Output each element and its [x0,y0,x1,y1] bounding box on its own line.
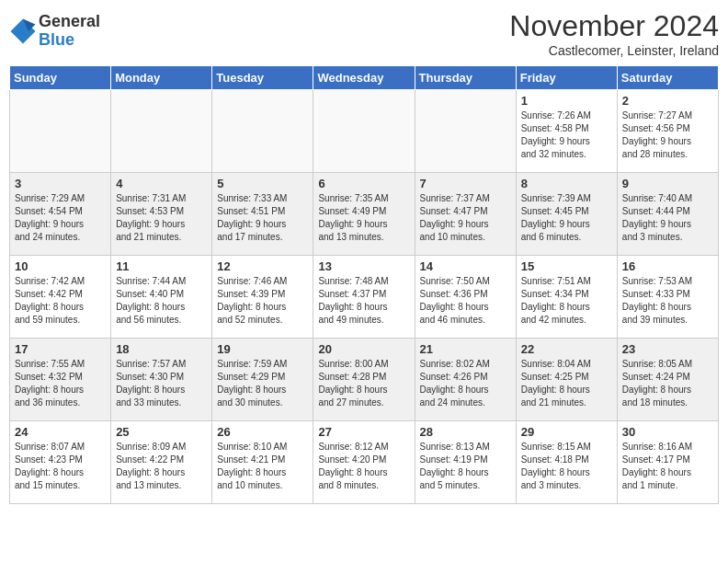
day-info: Sunrise: 8:05 AM Sunset: 4:24 PM Dayligh… [622,358,713,409]
day-number: 9 [622,177,713,190]
calendar-day-cell: 3Sunrise: 7:29 AM Sunset: 4:54 PM Daylig… [10,173,111,256]
calendar-day-cell: 12Sunrise: 7:46 AM Sunset: 4:39 PM Dayli… [212,256,313,339]
day-number: 15 [521,259,612,273]
calendar-day-cell: 30Sunrise: 8:16 AM Sunset: 4:17 PM Dayli… [617,421,718,504]
day-number: 1 [521,94,612,108]
calendar-day-cell: 28Sunrise: 8:13 AM Sunset: 4:19 PM Dayli… [415,421,516,504]
calendar-day-cell: 26Sunrise: 8:10 AM Sunset: 4:21 PM Dayli… [212,421,313,504]
calendar-day-cell: 6Sunrise: 7:35 AM Sunset: 4:49 PM Daylig… [313,173,415,256]
day-number: 20 [318,342,409,356]
calendar-day-cell [10,90,111,173]
day-number: 30 [622,425,713,439]
calendar-day-cell: 22Sunrise: 8:04 AM Sunset: 4:25 PM Dayli… [516,339,617,421]
day-info: Sunrise: 8:16 AM Sunset: 4:17 PM Dayligh… [622,441,713,492]
calendar-day-cell: 25Sunrise: 8:09 AM Sunset: 4:22 PM Dayli… [111,421,212,504]
day-number: 23 [622,342,713,356]
day-number: 19 [217,342,308,356]
calendar-day-cell: 18Sunrise: 7:57 AM Sunset: 4:30 PM Dayli… [111,339,212,421]
calendar-day-cell: 13Sunrise: 7:48 AM Sunset: 4:37 PM Dayli… [313,256,415,339]
calendar-header-friday: Friday [516,66,617,90]
day-number: 16 [622,259,713,273]
day-info: Sunrise: 7:29 AM Sunset: 4:54 PM Dayligh… [15,192,106,244]
header: General Blue November 2024 Castlecomer, … [9,9,719,58]
day-number: 18 [116,342,207,356]
calendar-day-cell: 23Sunrise: 8:05 AM Sunset: 4:24 PM Dayli… [617,339,718,421]
day-number: 27 [318,425,409,439]
day-number: 26 [217,425,308,439]
calendar-day-cell: 8Sunrise: 7:39 AM Sunset: 4:45 PM Daylig… [516,173,617,256]
calendar-week-row: 24Sunrise: 8:07 AM Sunset: 4:23 PM Dayli… [10,421,719,504]
calendar-header-thursday: Thursday [415,66,516,90]
day-info: Sunrise: 7:42 AM Sunset: 4:42 PM Dayligh… [15,275,106,327]
calendar-day-cell: 1Sunrise: 7:26 AM Sunset: 4:58 PM Daylig… [516,90,617,173]
day-info: Sunrise: 7:53 AM Sunset: 4:33 PM Dayligh… [622,275,713,327]
calendar-table: SundayMondayTuesdayWednesdayThursdayFrid… [9,65,719,504]
day-info: Sunrise: 7:59 AM Sunset: 4:29 PM Dayligh… [217,358,308,409]
calendar-header-wednesday: Wednesday [313,66,415,90]
day-info: Sunrise: 7:37 AM Sunset: 4:47 PM Dayligh… [420,192,511,244]
calendar-week-row: 1Sunrise: 7:26 AM Sunset: 4:58 PM Daylig… [10,90,719,173]
day-number: 22 [521,342,612,356]
calendar-header-monday: Monday [111,66,212,90]
day-number: 2 [622,94,713,108]
calendar-day-cell [313,90,415,173]
title-area: November 2024 Castlecomer, Leinster, Ire… [509,9,719,58]
day-number: 6 [318,177,409,190]
day-info: Sunrise: 7:26 AM Sunset: 4:58 PM Dayligh… [521,109,612,161]
day-number: 28 [420,425,511,439]
logo-general-text: General [39,13,100,31]
calendar-header-row: SundayMondayTuesdayWednesdayThursdayFrid… [10,66,719,90]
day-number: 25 [116,425,207,439]
calendar-day-cell [415,90,516,173]
day-number: 13 [318,259,409,273]
day-info: Sunrise: 7:39 AM Sunset: 4:45 PM Dayligh… [521,192,612,244]
day-info: Sunrise: 7:50 AM Sunset: 4:36 PM Dayligh… [420,275,511,327]
day-number: 5 [217,177,308,190]
day-info: Sunrise: 8:15 AM Sunset: 4:18 PM Dayligh… [521,441,612,492]
calendar-day-cell: 11Sunrise: 7:44 AM Sunset: 4:40 PM Dayli… [111,256,212,339]
day-info: Sunrise: 7:44 AM Sunset: 4:40 PM Dayligh… [116,275,207,327]
calendar-day-cell: 10Sunrise: 7:42 AM Sunset: 4:42 PM Dayli… [10,256,111,339]
day-number: 7 [420,177,511,190]
logo: General Blue [9,13,100,50]
day-info: Sunrise: 8:04 AM Sunset: 4:25 PM Dayligh… [521,358,612,409]
calendar-day-cell: 4Sunrise: 7:31 AM Sunset: 4:53 PM Daylig… [111,173,212,256]
calendar-day-cell [212,90,313,173]
calendar-day-cell [111,90,212,173]
calendar-week-row: 17Sunrise: 7:55 AM Sunset: 4:32 PM Dayli… [10,339,719,421]
day-info: Sunrise: 8:10 AM Sunset: 4:21 PM Dayligh… [217,441,308,492]
day-number: 14 [420,259,511,273]
calendar-day-cell: 5Sunrise: 7:33 AM Sunset: 4:51 PM Daylig… [212,173,313,256]
calendar-day-cell: 29Sunrise: 8:15 AM Sunset: 4:18 PM Dayli… [516,421,617,504]
location-subtitle: Castlecomer, Leinster, Ireland [509,43,719,58]
calendar-day-cell: 19Sunrise: 7:59 AM Sunset: 4:29 PM Dayli… [212,339,313,421]
svg-marker-0 [11,18,36,43]
day-info: Sunrise: 7:35 AM Sunset: 4:49 PM Dayligh… [318,192,409,244]
logo-text: General Blue [39,13,100,50]
day-number: 10 [15,259,106,273]
day-info: Sunrise: 7:46 AM Sunset: 4:39 PM Dayligh… [217,275,308,327]
calendar-day-cell: 21Sunrise: 8:02 AM Sunset: 4:26 PM Dayli… [415,339,516,421]
calendar-day-cell: 16Sunrise: 7:53 AM Sunset: 4:33 PM Dayli… [617,256,718,339]
calendar-day-cell: 15Sunrise: 7:51 AM Sunset: 4:34 PM Dayli… [516,256,617,339]
day-number: 29 [521,425,612,439]
day-info: Sunrise: 8:00 AM Sunset: 4:28 PM Dayligh… [318,358,409,409]
day-info: Sunrise: 8:09 AM Sunset: 4:22 PM Dayligh… [116,441,207,492]
day-info: Sunrise: 7:33 AM Sunset: 4:51 PM Dayligh… [217,192,308,244]
day-number: 11 [116,259,207,273]
calendar-day-cell: 27Sunrise: 8:12 AM Sunset: 4:20 PM Dayli… [313,421,415,504]
day-number: 4 [116,177,207,190]
logo-icon [9,17,37,45]
day-number: 12 [217,259,308,273]
calendar-day-cell: 17Sunrise: 7:55 AM Sunset: 4:32 PM Dayli… [10,339,111,421]
day-info: Sunrise: 7:51 AM Sunset: 4:34 PM Dayligh… [521,275,612,327]
day-number: 8 [521,177,612,190]
calendar-header-saturday: Saturday [617,66,718,90]
calendar-day-cell: 20Sunrise: 8:00 AM Sunset: 4:28 PM Dayli… [313,339,415,421]
day-number: 21 [420,342,511,356]
calendar-day-cell: 9Sunrise: 7:40 AM Sunset: 4:44 PM Daylig… [617,173,718,256]
calendar-header-tuesday: Tuesday [212,66,313,90]
day-number: 24 [15,425,106,439]
day-info: Sunrise: 8:02 AM Sunset: 4:26 PM Dayligh… [420,358,511,409]
day-info: Sunrise: 7:48 AM Sunset: 4:37 PM Dayligh… [318,275,409,327]
